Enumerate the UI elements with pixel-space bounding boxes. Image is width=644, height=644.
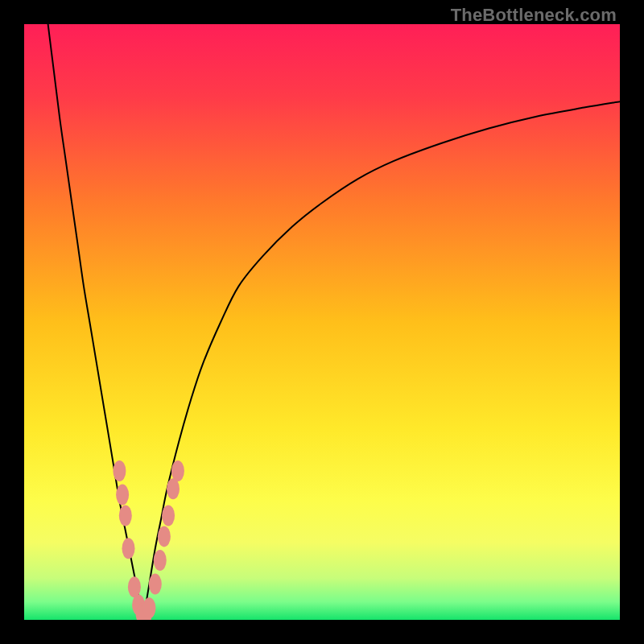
- scatter-point: [171, 460, 184, 481]
- scatter-point: [149, 574, 162, 595]
- right-branch-curve: [143, 101, 620, 620]
- scatter-point: [113, 460, 126, 481]
- scatter-point: [128, 576, 141, 597]
- scatter-point: [154, 550, 167, 571]
- plot-area: [24, 24, 620, 620]
- watermark-text: TheBottleneck.com: [451, 5, 617, 26]
- chart-frame: TheBottleneck.com: [0, 0, 644, 644]
- scatter-point: [142, 597, 155, 618]
- scatter-point: [116, 485, 129, 506]
- scatter-point: [158, 526, 171, 547]
- scatter-points: [113, 460, 184, 620]
- scatter-point: [122, 538, 135, 559]
- left-branch-curve: [48, 24, 143, 620]
- scatter-point: [167, 478, 180, 499]
- scatter-point: [162, 506, 175, 526]
- scatter-point: [119, 506, 132, 526]
- curve-layer: [24, 24, 620, 620]
